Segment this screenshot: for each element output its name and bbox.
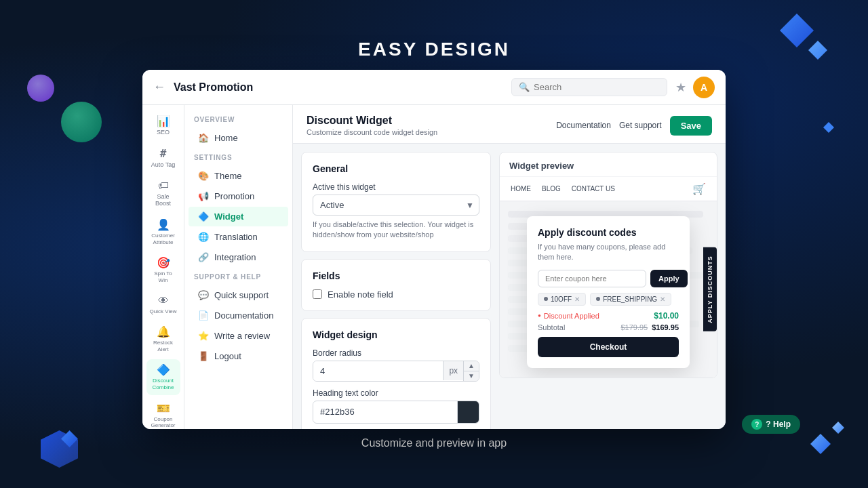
- sidebar-item-coupon-generator[interactable]: 🎫 Coupon Generator: [146, 398, 180, 429]
- nav-link-blog: BLOG: [542, 185, 561, 192]
- nav-item-label: Logout: [214, 351, 241, 361]
- sidebar-item-spin-to-win[interactable]: 🎯 Spin To Win: [146, 252, 180, 287]
- star-button[interactable]: ★: [675, 80, 686, 95]
- home-icon: 🏠: [198, 133, 209, 143]
- nav-item-label: Promotion: [214, 191, 254, 201]
- nav-item-home[interactable]: 🏠 Home: [189, 128, 288, 148]
- help-label: ? Help: [766, 420, 791, 429]
- settings-section-title: SETTINGS: [184, 154, 292, 165]
- subtotal-prices: $179.95 $169.95: [620, 323, 679, 331]
- nav-item-widget[interactable]: 🔷 Widget: [189, 207, 288, 226]
- preview-body: Apply discount codes If you have many co…: [500, 201, 717, 378]
- nav-item-write-review[interactable]: ⭐ Write a review: [189, 326, 288, 346]
- sidebar-item-label: SEO: [157, 129, 170, 136]
- modal-title: Apply discount codes: [538, 227, 679, 238]
- back-button[interactable]: ←: [153, 80, 165, 94]
- nav-item-label: Write a review: [214, 331, 270, 341]
- sidebar-item-label: Spin To Win: [149, 270, 178, 283]
- main-content: Discount Widget Customize discount code …: [293, 105, 726, 429]
- content-header: Discount Widget Customize discount code …: [293, 105, 726, 144]
- modal-subtitle: If you have many coupons, please add the…: [538, 242, 679, 263]
- stepper-down-button[interactable]: ▼: [463, 371, 479, 381]
- discount-modal: Apply discount codes If you have many co…: [527, 216, 690, 368]
- enable-note-checkbox[interactable]: [313, 289, 322, 299]
- border-radius-stepper: ▲ ▼: [463, 361, 479, 381]
- nav-item-promotion[interactable]: 📢 Promotion: [189, 186, 288, 206]
- customer-attribute-icon: 👤: [157, 218, 170, 231]
- help-button[interactable]: ? ? Help: [742, 415, 800, 434]
- border-radius-input[interactable]: 4: [313, 361, 443, 381]
- sidebar-item-label: Auto Tag: [151, 161, 175, 169]
- support-section-title: SUPPORT & HELP: [184, 273, 292, 285]
- sidebar-item-label: Restock Alert: [149, 340, 178, 352]
- coupon-generator-icon: 🎫: [157, 402, 170, 415]
- active-widget-select[interactable]: Active Inactive: [313, 195, 479, 216]
- nav-item-documentation[interactable]: 📄 Documentation: [189, 306, 288, 325]
- apply-button[interactable]: Apply: [650, 270, 688, 287]
- auto-tag-icon: #: [160, 147, 167, 160]
- stepper-up-button[interactable]: ▲: [463, 361, 479, 371]
- avatar: A: [693, 77, 715, 98]
- preview-card: Widget preview HOME BLOG CONTACT US 🛒: [499, 152, 717, 378]
- search-icon: 🔍: [519, 82, 530, 92]
- sidebar-item-auto-tag[interactable]: # Auto Tag: [146, 143, 180, 173]
- body: 📊 SEO # Auto Tag 🏷 Sale Boost 👤 Customer…: [142, 105, 726, 429]
- tag-remove-icon[interactable]: ✕: [574, 296, 580, 303]
- nav-link-home: HOME: [511, 185, 531, 192]
- widget-design-card: Widget design Border radius 4 px ▲ ▼ Hea…: [301, 318, 491, 429]
- side-tab[interactable]: APPLY DISCOUNTS: [703, 247, 717, 331]
- discount-applied-row: Discount Applied $10.00: [538, 311, 679, 321]
- tag-dot-icon: [596, 297, 600, 301]
- sidebar-item-label: Customer Attribute: [149, 232, 178, 245]
- support-link[interactable]: Get support: [619, 121, 662, 130]
- app-subtitle: Customize and preview in app: [361, 437, 507, 449]
- coupon-input[interactable]: [538, 270, 646, 287]
- nav-item-label: Integration: [214, 252, 256, 262]
- left-column: General Active this widget Active Inacti…: [301, 152, 491, 429]
- discount-tag-10off: 10OFF ✕: [538, 293, 586, 306]
- price-old: $179.95: [620, 323, 648, 331]
- color-input-row: #212b36: [313, 401, 479, 424]
- border-radius-label: Border radius: [313, 348, 479, 358]
- price-new: $169.95: [652, 323, 679, 331]
- coupon-row: Apply: [538, 270, 679, 287]
- widget-icon: 🔷: [198, 211, 209, 222]
- discount-tag-free-shipping: FREE_SHIPPING ✕: [590, 293, 671, 306]
- sidebar-item-discount-combine[interactable]: 🔷 Discount Combine: [146, 359, 180, 394]
- translation-icon: 🌐: [198, 232, 209, 242]
- preview-nav: HOME BLOG CONTACT US 🛒: [500, 177, 717, 201]
- color-input[interactable]: #212b36: [313, 402, 457, 422]
- logout-icon: 🚪: [198, 351, 209, 361]
- tag-remove-icon[interactable]: ✕: [660, 296, 665, 303]
- sidebar-item-restock-alert[interactable]: 🔔 Restock Alert: [146, 321, 180, 357]
- nav-item-quick-support[interactable]: 💬 Quick support: [189, 285, 288, 305]
- nav-item-theme[interactable]: 🎨 Theme: [189, 166, 288, 186]
- sidebar-item-quick-view[interactable]: 👁 Quick View: [146, 291, 180, 319]
- sale-boost-icon: 🏷: [158, 180, 169, 192]
- nav-item-label: Theme: [214, 171, 241, 181]
- nav-item-integration[interactable]: 🔗 Integration: [189, 247, 288, 267]
- discount-applied-label: Discount Applied: [538, 312, 599, 320]
- search-input[interactable]: [534, 82, 660, 92]
- active-widget-label: Active this widget: [313, 182, 479, 192]
- nav-item-logout[interactable]: 🚪 Logout: [189, 346, 288, 366]
- sidebar-item-sale-boost[interactable]: 🏷 Sale Boost: [146, 176, 180, 212]
- sidebar-item-label: Coupon Generator: [149, 416, 178, 429]
- two-column-layout: General Active this widget Active Inacti…: [293, 144, 726, 429]
- general-card-title: General: [313, 163, 479, 174]
- color-swatch[interactable]: [457, 401, 479, 423]
- main-window: ← Vast Promotion 🔍 ★ A 📊 SEO # Auto Tag …: [142, 70, 726, 429]
- sidebar-item-customer-attribute[interactable]: 👤 Customer Attribute: [146, 214, 180, 249]
- general-card: General Active this widget Active Inacti…: [301, 152, 491, 252]
- promotion-icon: 📢: [198, 191, 209, 201]
- right-column: Widget preview HOME BLOG CONTACT US 🛒: [499, 152, 717, 429]
- checkout-button[interactable]: Checkout: [538, 337, 679, 357]
- app-title: EASY DESIGN: [358, 39, 510, 60]
- documentation-link[interactable]: Documentation: [556, 121, 611, 130]
- enable-note-label: Enable note field: [328, 289, 393, 300]
- help-icon: ?: [751, 419, 762, 430]
- sidebar-item-seo[interactable]: 📊 SEO: [146, 110, 180, 140]
- nav-item-translation[interactable]: 🌐 Translation: [189, 227, 288, 247]
- save-button[interactable]: Save: [670, 116, 712, 136]
- preview-nav-links: HOME BLOG CONTACT US: [511, 185, 615, 192]
